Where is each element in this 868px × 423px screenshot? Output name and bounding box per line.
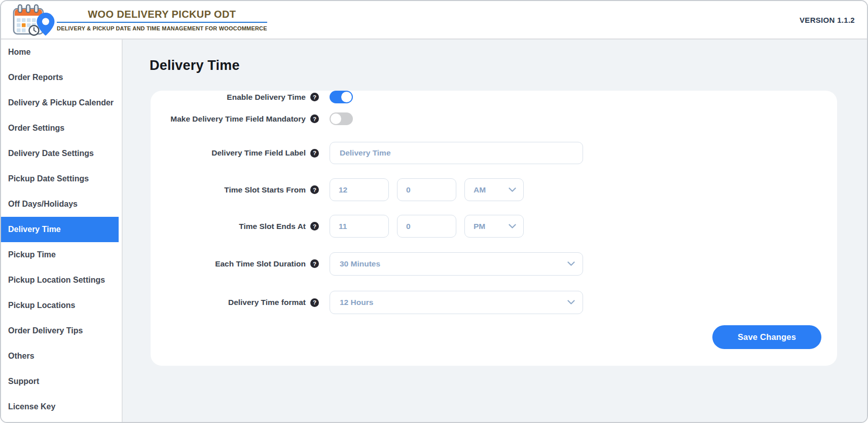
help-icon[interactable]: ?: [310, 93, 319, 101]
select-value: 30 Minutes: [340, 259, 380, 268]
start-meridiem-select[interactable]: AM: [464, 178, 524, 201]
time-format-label: Delivery Time format: [228, 298, 306, 307]
toggle-knob: [341, 92, 352, 102]
help-icon[interactable]: ?: [310, 298, 319, 307]
select-value: PM: [474, 222, 485, 231]
enable-delivery-time-label: Enable Delivery Time: [227, 93, 306, 102]
slot-end-label: Time Slot Ends At: [239, 222, 306, 231]
sidebar-item-support[interactable]: Support: [1, 369, 122, 394]
sidebar-item-order-settings[interactable]: Order Settings: [1, 116, 122, 141]
field-label-label: Delivery Time Field Label: [211, 148, 306, 158]
duration-label: Each Time Slot Duration: [215, 259, 306, 268]
end-hour-input[interactable]: [330, 215, 389, 238]
chevron-down-icon: [509, 224, 516, 229]
help-icon[interactable]: ?: [310, 259, 319, 268]
setting-row-field-label: Delivery Time Field Label ?: [151, 142, 837, 164]
end-meridiem-select[interactable]: PM: [464, 215, 524, 238]
chevron-down-icon: [509, 187, 516, 193]
content-area: Delivery Time Enable Delivery Time ? Mak…: [123, 40, 867, 422]
time-format-select[interactable]: 12 Hours: [330, 291, 583, 314]
help-icon[interactable]: ?: [310, 114, 319, 123]
brand-title: WOO DELIVERY PICKUP ODT: [88, 8, 236, 20]
sidebar-item-delivery-time[interactable]: Delivery Time: [1, 217, 119, 242]
settings-card: Enable Delivery Time ? Make Delivery Tim…: [151, 91, 837, 366]
app-logo-calendar-pin-icon: [12, 4, 56, 37]
sidebar-item-pickup-locations[interactable]: Pickup Locations: [1, 293, 122, 318]
save-changes-button[interactable]: Save Changes: [712, 325, 821, 349]
start-hour-input[interactable]: [330, 178, 389, 201]
question-mark-glyph: ?: [313, 116, 316, 122]
app-window: WOO DELIVERY PICKUP ODT DELIVERY & PICKU…: [0, 0, 868, 423]
question-mark-glyph: ?: [313, 94, 316, 100]
question-mark-glyph: ?: [313, 150, 316, 156]
help-icon[interactable]: ?: [310, 185, 319, 194]
sidebar-item-pickup-location-settings[interactable]: Pickup Location Settings: [1, 267, 122, 293]
brand-block: WOO DELIVERY PICKUP ODT DELIVERY & PICKU…: [57, 8, 267, 31]
question-mark-glyph: ?: [313, 187, 316, 193]
enable-delivery-time-toggle[interactable]: [330, 91, 353, 103]
help-icon[interactable]: ?: [310, 222, 319, 230]
slot-start-label: Time Slot Starts From: [224, 185, 306, 195]
brand-divider: [57, 22, 267, 23]
sidebar-item-delivery-date-settings[interactable]: Delivery Date Settings: [1, 141, 122, 166]
brand-subtitle: DELIVERY & PICKUP DATE AND TIME MANAGEME…: [57, 25, 267, 31]
question-mark-glyph: ?: [313, 299, 316, 305]
sidebar-item-delivery-pickup-calender[interactable]: Delivery & Pickup Calender: [1, 90, 122, 116]
sidebar-item-pickup-date-settings[interactable]: Pickup Date Settings: [1, 166, 122, 191]
select-value: AM: [474, 185, 486, 195]
chevron-down-icon: [567, 261, 575, 266]
select-value: 12 Hours: [340, 298, 373, 307]
sidebar-item-off-days-holidays[interactable]: Off Days/Holidays: [1, 191, 122, 217]
page-title: Delivery Time: [150, 55, 867, 75]
setting-row-mandatory: Make Delivery Time Field Mandatory ?: [151, 112, 837, 125]
question-mark-glyph: ?: [313, 223, 316, 229]
mandatory-label: Make Delivery Time Field Mandatory: [170, 114, 306, 124]
help-icon[interactable]: ?: [310, 149, 319, 158]
setting-row-slot-end: Time Slot Ends At ? PM: [151, 215, 837, 238]
mandatory-toggle[interactable]: [330, 112, 353, 125]
sidebar-item-home[interactable]: Home: [1, 40, 122, 65]
setting-row-enable-delivery-time: Enable Delivery Time ?: [151, 91, 837, 103]
slot-duration-select[interactable]: 30 Minutes: [330, 252, 583, 276]
question-mark-glyph: ?: [313, 261, 316, 267]
sidebar-item-order-reports[interactable]: Order Reports: [1, 65, 122, 90]
version-label: VERSION 1.1.2: [800, 16, 855, 24]
app-header: WOO DELIVERY PICKUP ODT DELIVERY & PICKU…: [1, 1, 867, 40]
setting-row-time-format: Delivery Time format ? 12 Hours: [151, 291, 837, 314]
end-minute-input[interactable]: [397, 215, 456, 238]
sidebar-item-order-delivery-tips[interactable]: Order Delivery Tips: [1, 318, 122, 343]
delivery-time-field-label-input[interactable]: [330, 142, 583, 164]
chevron-down-icon: [567, 300, 575, 305]
sidebar-nav: Home Order Reports Delivery & Pickup Cal…: [1, 40, 123, 422]
sidebar-item-pickup-time[interactable]: Pickup Time: [1, 242, 122, 267]
toggle-knob: [331, 113, 341, 124]
setting-row-slot-start: Time Slot Starts From ? AM: [151, 178, 837, 201]
setting-row-duration: Each Time Slot Duration ? 30 Minutes: [151, 252, 837, 276]
sidebar-item-license-key[interactable]: License Key: [1, 394, 122, 419]
sidebar-item-others[interactable]: Others: [1, 343, 122, 369]
start-minute-input[interactable]: [397, 178, 456, 201]
